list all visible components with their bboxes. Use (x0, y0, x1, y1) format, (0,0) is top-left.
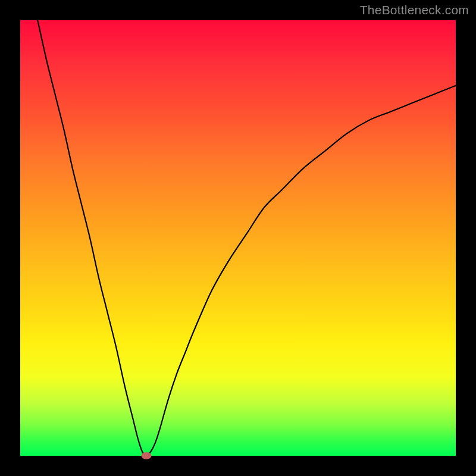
chart-curve-svg (20, 20, 456, 456)
chart-curve-path (37, 20, 456, 456)
chart-frame: TheBottleneck.com (0, 0, 476, 476)
watermark-label: TheBottleneck.com (360, 3, 469, 17)
chart-plot-area (20, 20, 456, 456)
chart-marker-dot (142, 452, 152, 459)
